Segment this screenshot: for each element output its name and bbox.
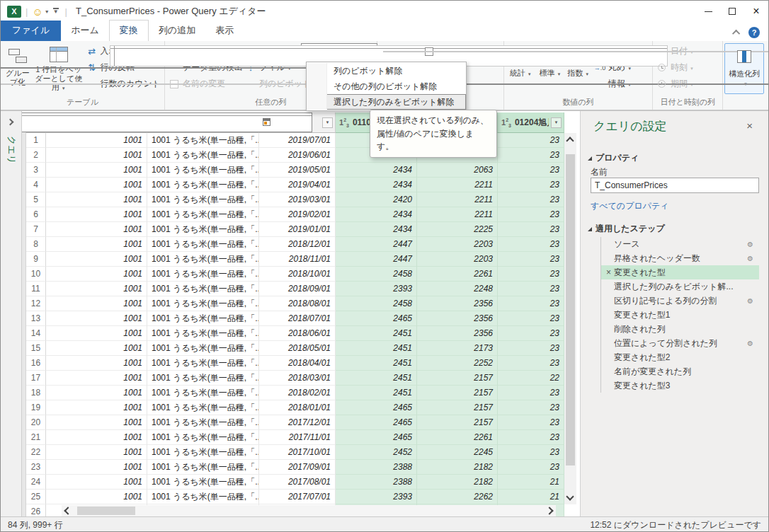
cell[interactable]: 2019/01/01 (259, 222, 336, 237)
cell[interactable]: 2157 (417, 400, 498, 415)
cell[interactable]: 1001 うるち米(単一品種,「... (147, 282, 259, 296)
tab-home[interactable]: ホーム (61, 21, 109, 41)
vertical-scrollbar-thumb[interactable] (566, 154, 575, 466)
cell[interactable]: 2063 (417, 163, 498, 178)
cell[interactable]: 2017/10/01 (259, 445, 336, 460)
cell[interactable]: 23 (498, 296, 564, 311)
cell[interactable]: 1001 (46, 148, 147, 163)
row-number[interactable]: 19 (26, 400, 46, 415)
column-header-6[interactable]: 12301204旭川市▼ (498, 112, 564, 133)
scroll-up-icon[interactable] (566, 137, 574, 144)
cell[interactable]: 2420 (336, 192, 417, 207)
cell[interactable]: 1001 うるち米(単一品種,「... (147, 445, 259, 460)
cell[interactable]: 21 (498, 490, 564, 504)
unpivot-menu-item-3[interactable]: 選択した列のみをピボット解除 (307, 94, 466, 110)
cell[interactable]: 1001 (46, 430, 147, 445)
cell[interactable]: 1001 うるち米(単一品種,「... (147, 475, 259, 490)
filter-dropdown-icon[interactable]: ▼ (551, 117, 562, 128)
row-number[interactable]: 11 (26, 282, 46, 296)
cell[interactable]: 23 (498, 148, 564, 163)
cell[interactable]: 2211 (417, 192, 498, 207)
row-number[interactable]: 16 (26, 356, 46, 371)
cell[interactable]: 23 (498, 341, 564, 356)
cell[interactable]: 1001 (46, 460, 147, 475)
cell[interactable]: 1001 うるち米(単一品種,「... (147, 400, 259, 415)
cell[interactable]: 22 (498, 371, 564, 386)
all-properties-link[interactable]: すべてのプロパティ (591, 200, 669, 212)
row-number[interactable]: 4 (26, 178, 46, 192)
smiley-dropdown-icon[interactable]: ▼ (45, 9, 50, 14)
cell[interactable]: 2451 (336, 356, 417, 371)
cell[interactable]: 1001 うるち米(単一品種,「... (147, 460, 259, 475)
cell[interactable]: 1001 (46, 237, 147, 252)
cell[interactable]: 23 (498, 386, 564, 400)
cell[interactable]: 2017/09/01 (259, 460, 336, 475)
row-number[interactable]: 12 (26, 296, 46, 311)
row-number[interactable]: 8 (26, 237, 46, 252)
row-number[interactable]: 2 (26, 148, 46, 163)
cell[interactable]: 2225 (417, 222, 498, 237)
cell[interactable]: 23 (498, 460, 564, 475)
cell[interactable]: 2019/04/01 (259, 178, 336, 192)
cell[interactable]: 1001 うるち米(単一品種,「... (147, 267, 259, 282)
cell[interactable]: 2262 (417, 490, 498, 504)
cell[interactable]: 2356 (417, 326, 498, 341)
cell[interactable]: 2452 (336, 445, 417, 460)
cell[interactable]: 2261 (417, 430, 498, 445)
cell[interactable]: 23 (498, 311, 564, 326)
feedback-smiley-icon[interactable]: ☺ (32, 6, 42, 17)
cell[interactable]: 1001 (46, 133, 147, 148)
cell[interactable]: 1001 うるち米(単一品種,「... (147, 415, 259, 430)
applied-step-4[interactable]: 選択した列のみをピボット解... (601, 279, 759, 294)
horizontal-scrollbar[interactable] (62, 505, 556, 516)
cell[interactable]: 1001 うるち米(単一品種,「... (147, 163, 259, 178)
cell[interactable]: 23 (498, 192, 564, 207)
cell[interactable]: 2393 (336, 490, 417, 504)
cell[interactable]: 1001 (46, 178, 147, 192)
cell[interactable]: 2018/08/01 (259, 296, 336, 311)
cell[interactable]: 2203 (417, 252, 498, 267)
cell[interactable]: 1001 (46, 400, 147, 415)
cell[interactable]: 23 (498, 237, 564, 252)
cell[interactable]: 2211 (417, 207, 498, 222)
select-all-button[interactable] (26, 112, 46, 133)
cell[interactable]: 1001 うるち米(単一品種,「... (147, 341, 259, 356)
scroll-left-icon[interactable] (64, 507, 72, 514)
cell[interactable]: 1001 (46, 341, 147, 356)
tab-file[interactable]: ファイル (1, 21, 61, 41)
close-settings-icon[interactable]: × (746, 120, 753, 132)
row-number[interactable]: 10 (26, 267, 46, 282)
cell[interactable]: 23 (498, 178, 564, 192)
applied-step-2[interactable]: 昇格されたヘッダー数⚙ (601, 251, 759, 265)
step-settings-gear-icon[interactable]: ⚙ (747, 241, 753, 248)
cell[interactable]: 1001 (46, 222, 147, 237)
cell[interactable]: 2157 (417, 386, 498, 400)
cell[interactable]: 23 (498, 282, 564, 296)
quick-access-toolbar-customize-icon[interactable]: ▼ (53, 8, 59, 15)
applied-steps-section-header[interactable]: 適用したステップ (588, 223, 665, 235)
cell[interactable]: 2017/07/01 (259, 490, 336, 504)
row-number[interactable]: 25 (26, 490, 46, 504)
cell[interactable]: 2356 (417, 311, 498, 326)
row-number[interactable]: 26 (26, 504, 46, 516)
cell[interactable]: 2451 (336, 326, 417, 341)
cell[interactable]: 1001 うるち米(単一品種,「... (147, 356, 259, 371)
cell[interactable]: 2245 (417, 445, 498, 460)
row-number[interactable]: 23 (26, 460, 46, 475)
cell[interactable]: 2393 (336, 282, 417, 296)
cell[interactable]: 2017/11/01 (259, 430, 336, 445)
cell[interactable]: 1001 うるち米(単一品種,「... (147, 311, 259, 326)
expand-queries-pane-icon[interactable] (7, 119, 14, 126)
cell[interactable]: 2261 (417, 267, 498, 282)
cell[interactable]: 1001 (46, 386, 147, 400)
cell[interactable]: 2356 (417, 296, 498, 311)
row-number[interactable]: 15 (26, 341, 46, 356)
cell[interactable]: 2018/06/01 (259, 326, 336, 341)
cell[interactable]: 2451 (336, 386, 417, 400)
unpivot-menu-item-1[interactable]: 列のピボット解除 (307, 63, 466, 79)
cell[interactable]: 1001 うるち米(単一品種,「... (147, 430, 259, 445)
cell[interactable]: 2203 (417, 237, 498, 252)
cell[interactable]: 23 (498, 326, 564, 341)
applied-step-3[interactable]: ×変更された型 (601, 265, 759, 279)
cell[interactable]: 2157 (417, 415, 498, 430)
